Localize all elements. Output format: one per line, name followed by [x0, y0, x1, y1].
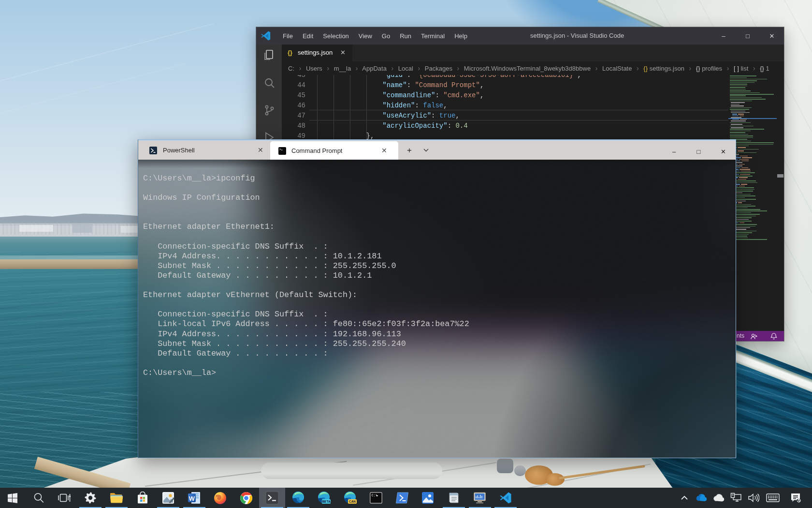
svg-text:BETA: BETA — [322, 500, 331, 503]
svg-text:W: W — [189, 495, 195, 502]
svg-text:CAN: CAN — [349, 500, 356, 503]
